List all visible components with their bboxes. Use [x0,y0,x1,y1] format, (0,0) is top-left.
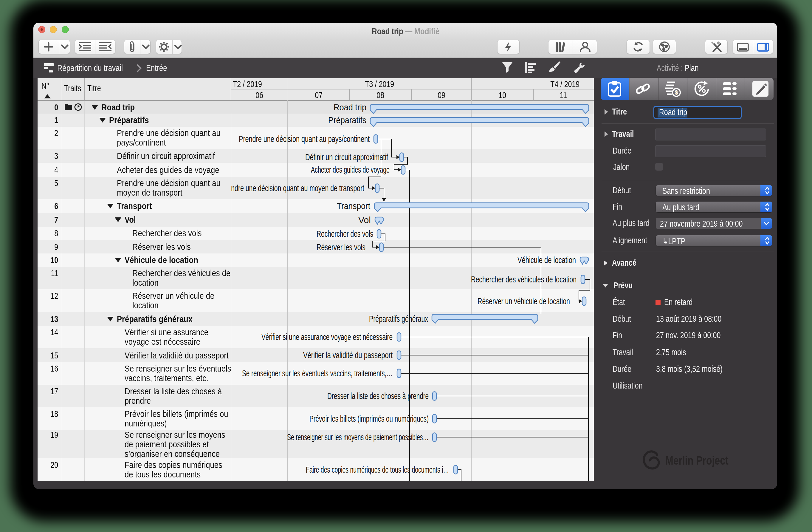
svg-text:Prévoir les billets (imprimés: Prévoir les billets (imprimés ou numériq… [309,414,429,423]
svg-text:Transport: Transport [337,201,370,211]
svg-text:Rechercher des véhicules de lo: Rechercher des véhicules de location [471,275,577,284]
svg-text:Acheter des guides de voyage: Acheter des guides de voyage [311,165,390,174]
svg-text:Vérifier la validité du passep: Vérifier la validité du passeport [303,350,393,360]
svg-text:Définir un circuit approximati: Définir un circuit approximatif [305,153,388,162]
svg-text:Préparatifs: Préparatifs [328,115,366,125]
svg-text:Vérifier si une assurance voya: Vérifier si une assurance voyage est néc… [261,332,393,342]
svg-text:Réserver les vols: Réserver les vols [317,242,365,252]
svg-text:Road trip: Road trip [334,103,366,112]
svg-text:Prendre une décision quant au: Prendre une décision quant au pays/conti… [239,134,369,144]
svg-text:Prendre une décision quant au: Prendre une décision quant au moyen de t… [231,183,364,193]
svg-text:Faire des copies numériques de: Faire des copies numériques de tous les … [306,465,449,474]
svg-text:Vol: Vol [358,215,371,225]
svg-text:$: $ [675,89,678,96]
svg-text:Préparatifs généraux: Préparatifs généraux [369,314,428,323]
svg-text:Se renseigner sur les moyens d: Se renseigner sur les moyens de paiement… [287,432,429,442]
svg-text:Dresser la liste des choses à: Dresser la liste des choses à prendre [327,391,429,401]
svg-text:Rechercher des vols: Rechercher des vols [317,229,373,239]
svg-text:Véhicule de location: Véhicule de location [518,255,576,265]
svg-text:Réserver un véhicule de locati: Réserver un véhicule de location [478,297,570,306]
svg-text:Se renseigner sur les éventuel: Se renseigner sur les éventuels vaccins,… [242,369,393,378]
